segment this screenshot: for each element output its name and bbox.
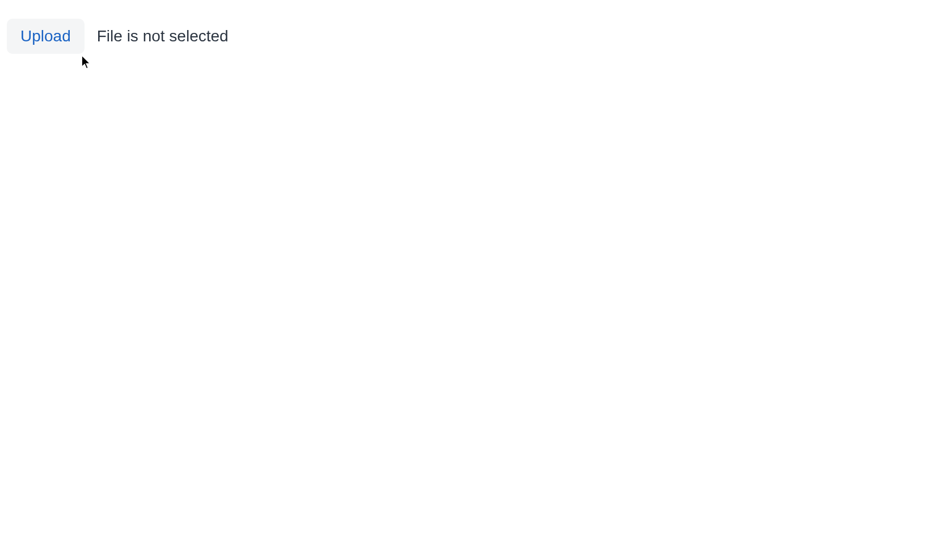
cursor-icon — [82, 56, 92, 70]
upload-row: Upload File is not selected — [0, 0, 937, 54]
upload-button[interactable]: Upload — [7, 19, 85, 54]
file-status-text: File is not selected — [97, 27, 229, 46]
